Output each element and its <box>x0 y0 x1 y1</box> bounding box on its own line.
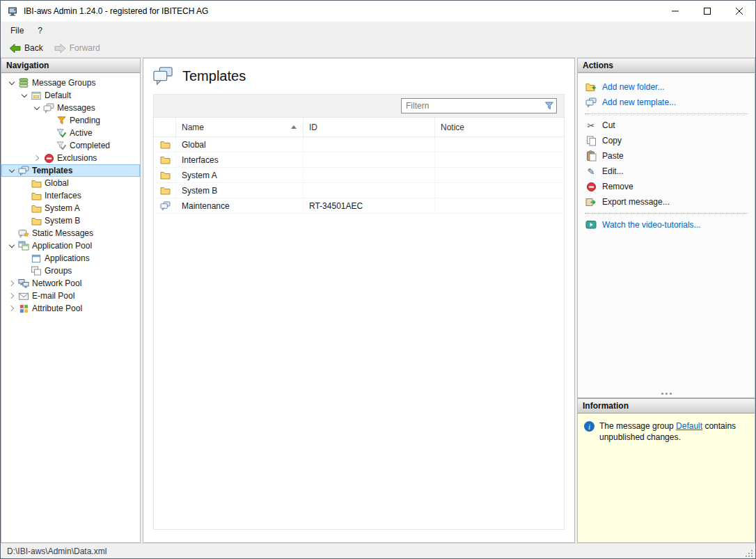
action-add-new-template[interactable]: Add new template... <box>578 95 755 110</box>
maximize-button[interactable] <box>691 1 723 22</box>
action-remove[interactable]: Remove <box>578 179 755 194</box>
menu-help[interactable]: ? <box>31 24 49 38</box>
forward-label: Forward <box>70 43 100 53</box>
tree-item-label: Message Groups <box>30 77 98 88</box>
tree-item-exclusions[interactable]: Exclusions <box>1 152 140 164</box>
tree-item-applications[interactable]: Applications <box>1 252 140 265</box>
chevron-down-icon[interactable] <box>31 102 42 113</box>
tree-indent-spacer <box>19 265 30 276</box>
tree-item-messages[interactable]: Messages <box>1 102 140 114</box>
column-header-id[interactable]: ID <box>304 118 435 136</box>
column-header-name[interactable]: Name <box>176 118 304 136</box>
tree-item-label: Static Messages <box>30 228 96 239</box>
sort-ascending-icon <box>291 125 297 129</box>
tree-item-system-a[interactable]: System A <box>1 202 140 214</box>
tree-item-label: Exclusions <box>55 152 100 164</box>
chevron-down-icon[interactable] <box>19 90 30 101</box>
chevron-right-icon[interactable] <box>6 278 17 289</box>
action-export-message[interactable]: Export message... <box>578 194 755 210</box>
tree-item-pending[interactable]: Pending <box>1 114 140 127</box>
tree-item-application-pool[interactable]: Application Pool <box>1 239 140 252</box>
completed-icon <box>55 140 68 151</box>
chevron-right-icon[interactable] <box>6 303 17 314</box>
title-bar[interactable]: IBI-aws Admin 1.24.0 - registered for IB… <box>1 1 755 22</box>
column-header-notice[interactable]: Notice <box>435 118 564 136</box>
templates-icon <box>17 165 30 176</box>
filter-input[interactable] <box>401 98 557 113</box>
chevron-down-icon[interactable] <box>6 165 17 176</box>
action-watch-video-tutorials[interactable]: Watch the video-tutorials... <box>578 217 755 233</box>
tree-item-attribute-pool[interactable]: Attribute Pool <box>1 302 140 315</box>
cell-id <box>304 152 435 167</box>
tree-item-message-groups[interactable]: Message Groups <box>1 77 140 89</box>
cell-notice <box>435 137 564 152</box>
tree-item-label: Messages <box>55 102 98 113</box>
edit-icon: ✎ <box>585 166 597 177</box>
tree-indent-spacer <box>6 228 17 239</box>
chevron-right-icon[interactable] <box>6 290 17 301</box>
minimize-button[interactable] <box>659 1 691 22</box>
column-label: Name <box>182 123 204 132</box>
action-label: Watch the video-tutorials... <box>602 220 701 230</box>
cell-notice <box>435 168 564 182</box>
action-copy[interactable]: Copy <box>578 133 755 148</box>
status-bar: D:\IBI-aws\Admin\Data.xml <box>1 543 755 558</box>
action-edit[interactable]: ✎ Edit... <box>578 164 755 179</box>
tree-item-static-messages[interactable]: Static Messages <box>1 227 140 239</box>
tree-item-label: Default <box>42 90 74 101</box>
column-label: Notice <box>441 123 464 132</box>
chevron-right-icon[interactable] <box>31 152 42 164</box>
add-template-icon <box>585 97 597 108</box>
table-row-system-a[interactable]: System A <box>154 168 564 183</box>
applications-icon <box>30 253 42 264</box>
filter-icon[interactable] <box>544 101 554 111</box>
action-label: Remove <box>602 182 633 191</box>
template-icon <box>160 201 171 211</box>
tree-item-label: E-mail Pool <box>30 290 77 301</box>
tree-item-templates[interactable]: Templates <box>1 164 140 177</box>
table-row-system-b[interactable]: System B <box>154 183 564 198</box>
tree-item-global[interactable]: Global <box>1 177 140 189</box>
tree-item-network-pool[interactable]: Network Pool <box>1 277 140 290</box>
tree-item-default[interactable]: Default <box>1 89 140 102</box>
back-button[interactable]: Back <box>6 42 47 55</box>
filter-band <box>154 95 564 118</box>
panel-splitter-handle[interactable] <box>578 389 755 397</box>
action-add-new-folder[interactable]: Add new folder... <box>578 79 755 95</box>
app-window: IBI-aws Admin 1.24.0 - registered for IB… <box>0 0 756 559</box>
tree-item-label: Application Pool <box>30 240 95 251</box>
cell-id <box>304 137 435 152</box>
action-label: Edit... <box>602 166 624 176</box>
tree-item-active[interactable]: Active <box>1 127 140 139</box>
tree-item-email-pool[interactable]: E-mail Pool <box>1 290 140 302</box>
navigation-panel-header: Navigation <box>1 58 140 73</box>
menu-file[interactable]: File <box>3 24 31 38</box>
tree-item-system-b[interactable]: System B <box>1 214 140 227</box>
action-cut[interactable]: ✂ Cut <box>578 118 755 133</box>
default-group-link[interactable]: Default <box>676 421 702 431</box>
action-paste[interactable]: Paste <box>578 148 755 164</box>
application-pool-icon <box>17 240 30 251</box>
close-button[interactable] <box>723 1 755 22</box>
cell-name: System A <box>176 168 304 182</box>
message-group-icon <box>30 90 42 101</box>
list-empty-area <box>154 214 564 529</box>
folder-icon <box>160 155 171 164</box>
tree-item-groups[interactable]: Groups <box>1 265 140 277</box>
chevron-down-icon[interactable] <box>6 77 17 88</box>
cell-id: RT-34501AEC <box>304 198 435 213</box>
chevron-down-icon[interactable] <box>6 240 17 251</box>
tree-item-completed[interactable]: Completed <box>1 139 140 152</box>
tree-item-label: System B <box>42 215 83 226</box>
network-pool-icon <box>17 278 30 289</box>
table-row-global[interactable]: Global <box>154 137 564 152</box>
cut-icon: ✂ <box>585 120 597 131</box>
groups-icon <box>30 265 42 276</box>
active-icon <box>55 127 68 139</box>
table-row-interfaces[interactable]: Interfaces <box>154 152 564 168</box>
forward-button[interactable]: Forward <box>51 42 104 55</box>
resize-grip[interactable] <box>745 549 754 558</box>
remove-icon <box>585 181 597 192</box>
table-row-maintenance[interactable]: Maintenance RT-34501AEC <box>154 198 564 214</box>
tree-item-interfaces[interactable]: Interfaces <box>1 189 140 202</box>
